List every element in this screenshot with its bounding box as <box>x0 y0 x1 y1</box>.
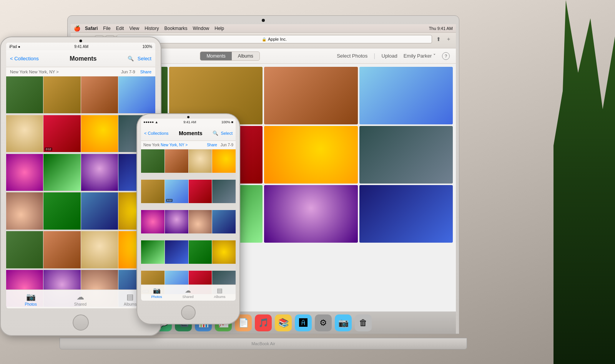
iphone-photo-1[interactable] <box>141 149 165 173</box>
iphone-photo-10[interactable] <box>165 210 188 233</box>
ipad-photo-13[interactable] <box>6 192 43 229</box>
ipad-photo-4[interactable] <box>118 76 155 113</box>
iphone-photo-15[interactable] <box>189 240 212 264</box>
bg-tree-decoration <box>554 0 615 364</box>
ipad-location: New York New York, NY > <box>10 69 59 74</box>
address-text: Apple Inc. <box>268 37 287 41</box>
macos-menubar: 🍎 Safari File Edit View History Bookmark… <box>71 24 456 33</box>
iphone-location-city: New York <box>143 143 160 147</box>
ipad-photo-9[interactable] <box>6 154 43 191</box>
iphone-photo-2[interactable] <box>165 149 188 173</box>
address-bar[interactable]: 🔒 Apple Inc. <box>116 35 432 43</box>
iphone-tab-photos[interactable]: 📷 Photos <box>151 287 162 299</box>
ipad-search-icon[interactable]: 🔍 <box>128 56 134 61</box>
upload-button[interactable]: Upload <box>382 53 397 59</box>
iphone-photo-12[interactable] <box>212 210 236 233</box>
menu-view[interactable]: View <box>129 26 139 31</box>
iphone-status-time: 9:41 AM <box>183 120 196 124</box>
menu-safari[interactable]: Safari <box>85 26 98 31</box>
photo-cell-3[interactable] <box>264 67 358 124</box>
iphone-location-detail[interactable]: New York, NY > <box>161 143 188 147</box>
photo-cell-11[interactable] <box>264 185 358 243</box>
moments-tab[interactable]: Moments <box>200 52 231 60</box>
iphone-tab-shared[interactable]: ☁ Shared <box>182 287 193 299</box>
safari-toolbar-right: ⬆ ＋ <box>434 35 453 43</box>
iphone-tab-albums[interactable]: ▤ Albums <box>214 287 225 299</box>
albums-tab[interactable]: Albums <box>232 52 259 60</box>
menu-edit[interactable]: Edit <box>116 26 124 31</box>
photo-cell-8[interactable] <box>359 126 453 184</box>
ipad-share-button[interactable]: Share <box>140 69 151 74</box>
iphone-photo-8[interactable] <box>212 180 236 203</box>
new-tab-icon[interactable]: ＋ <box>444 35 453 43</box>
iphone-back-button[interactable]: < Collections <box>144 131 168 136</box>
ipad-select-button[interactable]: Select <box>138 56 151 61</box>
ipad-photo-3[interactable] <box>81 76 118 113</box>
menu-bookmarks[interactable]: Bookmarks <box>165 26 188 31</box>
help-button[interactable]: ? <box>442 52 450 60</box>
menu-window[interactable]: Window <box>193 26 209 31</box>
menu-items: Safari File Edit View History Bookmarks … <box>85 26 429 31</box>
iphone-photo-3[interactable] <box>189 149 212 173</box>
menu-help[interactable]: Help <box>214 26 224 31</box>
iphone-search-icon[interactable]: 🔍 <box>213 131 218 136</box>
ipad-tab-albums[interactable]: ▤ Albums <box>124 292 136 306</box>
dock-trash-icon[interactable]: 🗑 <box>355 314 372 331</box>
dock-settings-icon[interactable]: ⚙ <box>315 314 332 331</box>
ipad-photo-1[interactable] <box>6 76 43 113</box>
iphone-tab-photos-label: Photos <box>151 295 162 299</box>
dock-appstore-icon[interactable]: 🅰 <box>295 314 312 331</box>
select-photos-button[interactable]: Select Photos <box>337 53 367 59</box>
ipad-status-time: 9:41 AM <box>74 45 88 49</box>
ipad-location-detail[interactable]: New York, NY > <box>29 69 59 74</box>
ipad-status-battery: 100% <box>142 45 152 49</box>
icloud-right-controls: Select Photos | Upload Emily Parker ˅ ? <box>337 52 450 60</box>
iphone-photo-5[interactable] <box>141 180 165 203</box>
iphone-select-button[interactable]: Select <box>221 131 233 136</box>
ipad-photo-10[interactable] <box>43 154 80 191</box>
iphone-content: ●●●●● ▲ 9:41 AM 100% ■ < Collections Mom… <box>141 119 236 301</box>
ipad-date: Jun 7-9 <box>121 69 135 74</box>
iphone-share-button[interactable]: Share <box>207 143 217 147</box>
iphone-camera <box>187 116 189 118</box>
iphone-photo-6[interactable]: 0:12 <box>165 180 188 203</box>
dock-music-icon[interactable]: 🎵 <box>255 314 272 331</box>
share-icon[interactable]: ⬆ <box>434 35 443 43</box>
ipad-photo-6[interactable]: 0:12 <box>43 115 80 152</box>
ipad-tab-photos[interactable]: 📷 Photos <box>25 292 37 306</box>
ipad-tab-photos-label: Photos <box>25 302 37 306</box>
ipad-photo-14[interactable] <box>43 192 80 229</box>
macbook-model-label: MacBook Air <box>251 341 275 346</box>
ipad-photo-19[interactable] <box>81 231 118 268</box>
iphone-tab-bar: 📷 Photos ☁ Shared ▤ Albums <box>141 285 236 301</box>
user-name-dropdown[interactable]: Emily Parker ˅ <box>404 53 436 59</box>
ipad-photo-5[interactable] <box>6 115 43 152</box>
ipad-photo-2[interactable] <box>43 76 80 113</box>
ipad-back-button[interactable]: < Collections <box>10 56 39 61</box>
menu-history[interactable]: History <box>145 26 159 31</box>
iphone-photo-14[interactable] <box>165 240 188 264</box>
ipad-home-button[interactable] <box>73 314 89 331</box>
ipad-photo-7[interactable] <box>81 115 118 152</box>
ipad-tab-shared[interactable]: ☁ Shared <box>74 292 86 306</box>
dock-photos-icon[interactable]: 📷 <box>335 314 352 331</box>
ipad-photo-17[interactable] <box>6 231 43 268</box>
iphone-photo-11[interactable] <box>189 210 212 233</box>
ipad-photo-15[interactable] <box>81 192 118 229</box>
menu-file[interactable]: File <box>103 26 110 31</box>
iphone-albums-tab-icon: ▤ <box>217 287 223 294</box>
iphone-photo-7[interactable] <box>189 180 212 203</box>
photo-cell-7[interactable] <box>264 126 358 184</box>
photo-cell-4[interactable] <box>359 67 453 124</box>
ipad-photo-11[interactable] <box>81 154 118 191</box>
iphone-photo-13[interactable] <box>141 240 165 264</box>
iphone-photo-4[interactable] <box>212 149 236 173</box>
iphone-home-button[interactable] <box>181 305 196 320</box>
segment-control: Moments Albums <box>200 51 259 61</box>
photo-cell-12[interactable] <box>359 185 453 243</box>
menubar-right-items: Thu 9:41 AM <box>429 26 453 31</box>
iphone-photo-16[interactable] <box>212 240 236 264</box>
ipad-photo-18[interactable] <box>43 231 80 268</box>
dock-ibooks-icon[interactable]: 📚 <box>275 314 292 331</box>
iphone-photo-9[interactable] <box>141 210 165 233</box>
